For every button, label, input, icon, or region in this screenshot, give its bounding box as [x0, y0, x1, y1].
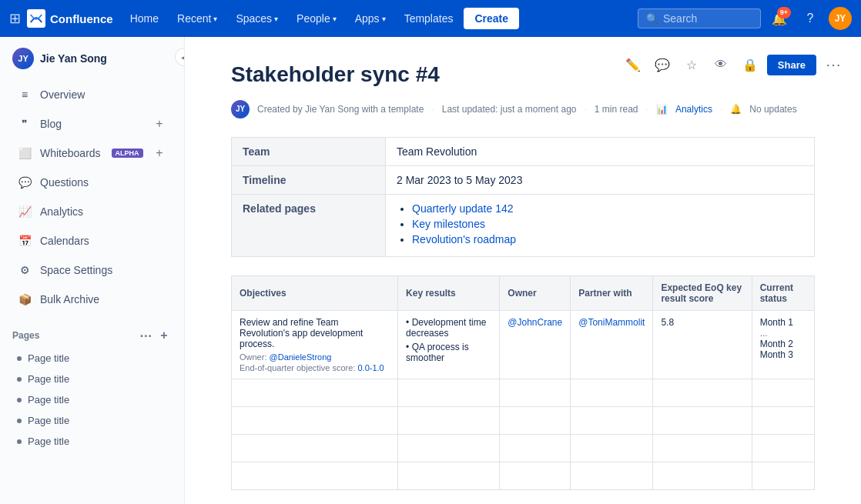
- sidebar-item-bulk-archive[interactable]: 📦 Bulk Archive: [5, 285, 179, 313]
- sidebar-label-whiteboards: Whiteboards: [40, 147, 101, 159]
- empty-cell: [232, 434, 398, 462]
- partner-link[interactable]: @ToniMammolit: [578, 317, 645, 328]
- key-results-cell: • Development time decreases • QA proces…: [398, 310, 500, 379]
- owner-mention[interactable]: @DanieleStrong: [270, 352, 332, 362]
- whiteboards-add-button[interactable]: +: [152, 145, 167, 161]
- list-item[interactable]: Page title: [12, 369, 172, 389]
- help-button[interactable]: ?: [798, 6, 822, 31]
- notif-badge: 9+: [777, 7, 791, 18]
- read-time-text: 1 min read: [595, 104, 638, 115]
- star-button[interactable]: ☆: [679, 52, 704, 77]
- col-key-results: Key results: [398, 275, 500, 310]
- more-options-button[interactable]: ⋯: [821, 52, 846, 77]
- page-item-label: Page title: [28, 394, 69, 406]
- sidebar-item-calendars[interactable]: 📅 Calendars: [5, 227, 179, 255]
- sidebar: JY Jie Yan Song ◀ ≡ Overview ❞ Blog + ⬜ …: [0, 37, 185, 504]
- pages-section-header: Pages ⋯ +: [5, 323, 179, 348]
- sidebar-item-space-settings[interactable]: ⚙ Space Settings: [5, 256, 179, 284]
- blog-icon: ❞: [17, 116, 32, 132]
- nav-home[interactable]: Home: [122, 8, 166, 29]
- status-month3: Month 3: [760, 349, 806, 360]
- notifications-button[interactable]: 🔔 9+: [767, 6, 792, 31]
- main-layout: JY Jie Yan Song ◀ ≡ Overview ❞ Blog + ⬜ …: [0, 37, 861, 504]
- expected-cell: 5.8: [653, 310, 752, 379]
- questions-icon: 💬: [17, 175, 32, 190]
- grid-icon[interactable]: ⊞: [9, 10, 21, 27]
- sidebar-label-overview: Overview: [40, 88, 85, 101]
- topnav: ⊞ Confluence Home Recent ▾ Spaces ▾ Peop…: [0, 0, 861, 37]
- objectives-owner: Owner: @DanieleStrong: [240, 352, 390, 362]
- comment-button[interactable]: 💬: [650, 52, 675, 77]
- search-input[interactable]: [663, 12, 748, 25]
- overview-icon: ≡: [17, 87, 32, 102]
- author-avatar: JY: [231, 100, 250, 118]
- sidebar-item-overview[interactable]: ≡ Overview: [5, 81, 179, 108]
- list-item[interactable]: Page title: [12, 348, 172, 369]
- status-dots: ...: [760, 328, 806, 339]
- blog-add-button[interactable]: +: [152, 116, 167, 132]
- search-box[interactable]: 🔍: [638, 8, 761, 28]
- status-month1: Month 1: [760, 317, 806, 328]
- sidebar-item-whiteboards[interactable]: ⬜ Whiteboards ALPHA +: [5, 139, 179, 167]
- related-link-2[interactable]: Key milestones: [412, 218, 485, 230]
- sidebar-label-questions: Questions: [40, 176, 89, 189]
- empty-cell: [571, 462, 653, 489]
- table-row: [232, 462, 815, 489]
- bulk-archive-icon: 📦: [17, 292, 32, 307]
- alpha-badge: ALPHA: [112, 149, 143, 158]
- sidebar-item-analytics[interactable]: 📈 Analytics: [5, 198, 179, 225]
- create-button[interactable]: Create: [464, 8, 519, 29]
- list-item[interactable]: Page title: [12, 431, 172, 452]
- page-item-label: Page title: [28, 436, 69, 447]
- list-item: Revolution's roadmap: [412, 233, 803, 245]
- apps-chevron: ▾: [382, 15, 386, 23]
- table-row: Team Team Revolution: [232, 137, 815, 165]
- team-value: Team Revolution: [386, 137, 815, 165]
- empty-cell: [752, 406, 814, 434]
- status-cell: Month 1 ... Month 2 Month 3: [752, 310, 814, 379]
- sidebar-label-analytics: Analytics: [40, 205, 83, 218]
- empty-cell: [232, 406, 398, 434]
- sidebar-user[interactable]: JY Jie Yan Song: [0, 37, 184, 80]
- nav-spaces[interactable]: Spaces ▾: [228, 8, 286, 29]
- bullet-icon: [17, 419, 22, 423]
- pages-add-button[interactable]: +: [156, 328, 172, 343]
- list-item[interactable]: Page title: [12, 410, 172, 431]
- list-item[interactable]: Page title: [12, 389, 172, 410]
- score-range: 0.0-1.0: [357, 363, 384, 372]
- analytics-icon: 📈: [17, 204, 32, 219]
- user-avatar[interactable]: JY: [829, 7, 852, 30]
- share-button[interactable]: Share: [767, 55, 816, 75]
- recent-chevron: ▾: [213, 15, 217, 23]
- no-updates-icon: 🔔: [730, 104, 742, 115]
- nav-templates[interactable]: Templates: [397, 8, 461, 29]
- pages-section: Pages ⋯ + Page title Page title Page tit: [0, 323, 184, 452]
- analytics-link[interactable]: Analytics: [675, 104, 712, 115]
- sidebar-item-questions[interactable]: 💬 Questions: [5, 169, 179, 196]
- watch-button[interactable]: 👁: [709, 52, 733, 77]
- people-chevron: ▾: [333, 15, 337, 23]
- key-result-1: • Development time decreases: [406, 317, 491, 339]
- related-link-3[interactable]: Revolution's roadmap: [412, 233, 516, 245]
- table-row: [232, 406, 815, 434]
- meta-sep-1: ·: [431, 104, 434, 115]
- empty-cell: [653, 434, 752, 462]
- pages-options-button[interactable]: ⋯: [138, 328, 153, 343]
- logo[interactable]: Confluence: [27, 9, 113, 28]
- updated-text: Last updated: just a moment ago: [442, 104, 577, 115]
- nav-recent[interactable]: Recent ▾: [169, 8, 225, 29]
- nav-apps[interactable]: Apps ▾: [347, 8, 394, 29]
- edit-button[interactable]: ✏️: [621, 52, 645, 77]
- timeline-value: 2 Mar 2023 to 5 May 2023: [386, 165, 815, 194]
- bullet-icon: [17, 377, 22, 382]
- empty-cell: [500, 406, 571, 434]
- nav-people[interactable]: People ▾: [289, 8, 344, 29]
- table-header-row: Objectives Key results Owner Partner wit…: [232, 275, 815, 310]
- restrict-button[interactable]: 🔒: [738, 52, 762, 77]
- empty-cell: [500, 462, 571, 489]
- related-link-1[interactable]: Quarterly update 142: [412, 202, 514, 215]
- empty-cell: [752, 462, 814, 489]
- owner-link[interactable]: @JohnCrane: [508, 317, 562, 328]
- sidebar-item-blog[interactable]: ❞ Blog +: [5, 110, 179, 138]
- pages-section-label: Pages: [12, 330, 39, 341]
